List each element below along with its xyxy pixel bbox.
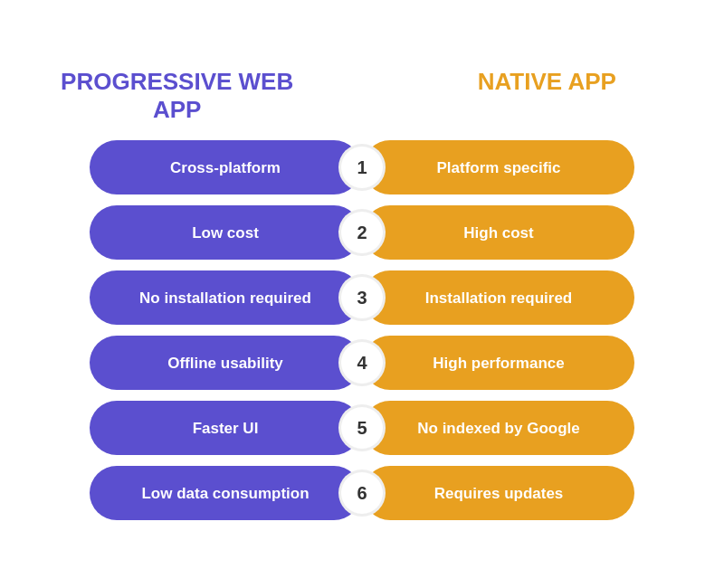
column-headers: PROGRESSIVE WEB APP NATIVE APP	[27, 68, 697, 124]
row-number-5: 5	[341, 407, 383, 449]
pwa-item-6: Low data consumption	[90, 466, 361, 520]
pwa-header: PROGRESSIVE WEB APP	[42, 68, 313, 124]
comparison-row-4: Offline usability4High performance	[27, 336, 697, 390]
comparison-row-1: Cross-platform1Platform specific	[27, 140, 697, 194]
pwa-item-4: Offline usability	[90, 336, 361, 390]
native-item-4: High performance	[363, 336, 634, 390]
pwa-item-2: Low cost	[90, 205, 361, 260]
native-item-2: High cost	[363, 205, 634, 260]
row-number-3: 3	[341, 277, 383, 318]
pwa-item-3: No installation required	[90, 270, 361, 325]
native-header: NATIVE APP	[411, 68, 682, 124]
row-number-1: 1	[341, 147, 383, 188]
main-container: PROGRESSIVE WEB APP NATIVE APP Cross-pla…	[18, 50, 706, 538]
native-item-6: Requires updates	[363, 466, 634, 520]
comparison-row-6: Low data consumption6Requires updates	[27, 466, 697, 520]
row-number-2: 2	[341, 212, 383, 253]
comparison-row-5: Faster UI5No indexed by Google	[27, 401, 697, 455]
comparison-rows: Cross-platform1Platform specificLow cost…	[27, 140, 697, 520]
row-number-6: 6	[341, 472, 383, 514]
pwa-item-5: Faster UI	[90, 401, 361, 455]
native-item-3: Installation required	[363, 270, 634, 325]
comparison-row-2: Low cost2High cost	[27, 205, 697, 260]
pwa-item-1: Cross-platform	[90, 140, 361, 194]
row-number-4: 4	[341, 342, 383, 384]
native-item-1: Platform specific	[363, 140, 634, 194]
native-item-5: No indexed by Google	[363, 401, 634, 455]
comparison-row-3: No installation required3Installation re…	[27, 270, 697, 325]
